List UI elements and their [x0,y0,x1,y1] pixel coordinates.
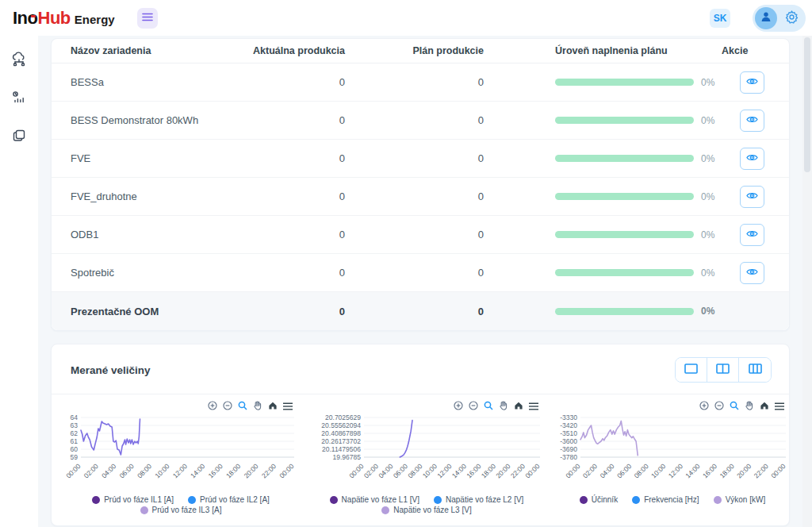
legend-dot [188,496,196,504]
view-device-button[interactable] [740,110,764,132]
layout-one-column-button[interactable] [676,358,707,382]
legend-item[interactable]: Napätie vo fáze L2 [V] [434,495,523,504]
left-sidebar [0,36,38,527]
sidebar-item-statistics[interactable] [7,87,31,110]
plan-production-value: 0 [345,267,484,279]
svg-text:00:00: 00:00 [278,462,295,479]
magnifier-icon [484,401,493,413]
chart-panel: 20.702562920.5556209420.4086789820.26173… [305,401,548,514]
chart-svg[interactable]: 20.702562920.5556209420.4086789820.26173… [305,413,548,494]
pan-button[interactable] [745,401,754,413]
action-cell [714,71,790,94]
svg-text:22:00: 22:00 [509,462,527,479]
current-production-value: 0 [250,152,345,164]
selection-zoom-button[interactable] [238,401,247,413]
layout-two-column-button[interactable] [707,358,739,382]
scrollbar-thumb[interactable] [804,37,810,172]
legend-item[interactable]: Účinník [580,495,618,504]
legend-item[interactable]: Prúd vo fáze IL3 [A] [140,506,222,514]
reset-home-button[interactable] [760,401,769,413]
three-column-icon [749,364,762,376]
reset-home-button[interactable] [514,401,523,413]
legend-item[interactable]: Prúd vo fáze IL2 [A] [188,495,270,504]
reset-home-button[interactable] [268,401,278,413]
legend-item[interactable]: Frekvencia [Hz] [632,495,699,504]
svg-text:02:00: 02:00 [581,462,599,479]
svg-text:20:00: 20:00 [735,462,753,479]
svg-text:10:00: 10:00 [649,462,667,479]
plan-production-value: 0 [345,190,484,202]
settings-button[interactable] [784,10,799,27]
view-device-button[interactable] [740,186,764,208]
view-device-button[interactable] [740,148,764,170]
view-device-button[interactable] [740,224,764,246]
zoom-in-icon [208,401,217,413]
legend-item[interactable]: Výkon [kW] [714,495,766,504]
zoom-out-button[interactable] [223,401,232,413]
zoom-out-icon [469,401,478,413]
legend-item[interactable]: Napätie vo fáze L3 [V] [381,506,471,514]
table-header-row: Názov zariadenia Aktuálna produkcia Plán… [52,39,789,63]
sidebar-item-collections[interactable] [7,125,31,148]
production-table-card: Názov zariadenia Aktuálna produkcia Plán… [51,38,790,331]
hamburger-icon [142,12,153,24]
svg-text:60: 60 [71,445,79,453]
table-row: FVE 0 0 0% [52,140,789,178]
home-icon [268,401,278,413]
current-production-value: 0 [250,267,345,279]
zoom-in-icon [699,401,709,413]
device-name: Spotrebič [52,267,250,279]
pan-button[interactable] [253,401,262,413]
zoom-out-icon [714,401,724,413]
svg-text:-3600: -3600 [560,437,577,445]
view-device-button[interactable] [740,71,764,94]
zoom-out-button[interactable] [714,401,724,413]
table-row: ODB1 0 0 0% [52,216,789,254]
column-header-current: Aktuálna produkcia [250,45,345,56]
legend-dot [92,496,100,504]
legend-dot [632,496,640,504]
svg-text:10:00: 10:00 [153,462,170,479]
plan-fill-progressbar [555,117,694,124]
chart-svg[interactable]: -3330-3420-3510-3600-3690-378000:0002:00… [551,413,790,494]
chart-menu-button[interactable] [775,401,784,413]
legend-item[interactable]: Napätie vo fáze L1 [V] [330,495,419,504]
zoom-in-button[interactable] [208,401,217,413]
zoom-in-button[interactable] [454,401,463,413]
selection-zoom-button[interactable] [730,401,739,413]
eye-icon [746,114,758,126]
one-column-icon [684,364,698,376]
zoom-out-button[interactable] [469,401,478,413]
svg-text:00:00: 00:00 [347,462,365,479]
menu-lines-icon [775,401,784,413]
menu-toggle-button[interactable] [137,8,158,29]
chart-menu-button[interactable] [283,401,293,413]
action-cell [714,148,790,170]
svg-text:00:00: 00:00 [64,462,82,479]
cloud-network-icon [10,51,28,71]
zoom-in-button[interactable] [699,401,709,413]
legend-label: Frekvencia [Hz] [644,495,699,504]
eye-icon [746,190,758,202]
gear-icon [784,10,799,27]
pan-button[interactable] [499,401,508,413]
svg-text:61: 61 [71,437,79,445]
plan-fill-progressbar [555,193,694,200]
selection-zoom-button[interactable] [484,401,493,413]
page-scrollbar[interactable] [802,36,812,527]
table-row: FVE_druhotne 0 0 0% [52,178,789,216]
current-production-value: 0 [250,114,345,126]
svg-text:20:00: 20:00 [242,462,259,479]
layout-three-column-button[interactable] [739,358,771,382]
language-button[interactable]: SK [710,9,730,28]
chart-menu-button[interactable] [529,401,538,413]
view-device-button[interactable] [740,262,764,284]
svg-text:12:00: 12:00 [667,462,684,479]
legend-item[interactable]: Prúd vo fáze IL1 [A] [92,495,174,504]
svg-text:18:00: 18:00 [224,462,242,479]
chart-svg[interactable]: 64636261605900:0002:0004:0006:0008:0010:… [59,413,302,494]
sidebar-item-network[interactable] [7,48,31,72]
action-cell [714,262,790,284]
main-content: Názov zariadenia Aktuálna produkcia Plán… [38,36,804,527]
user-avatar[interactable] [755,7,777,29]
